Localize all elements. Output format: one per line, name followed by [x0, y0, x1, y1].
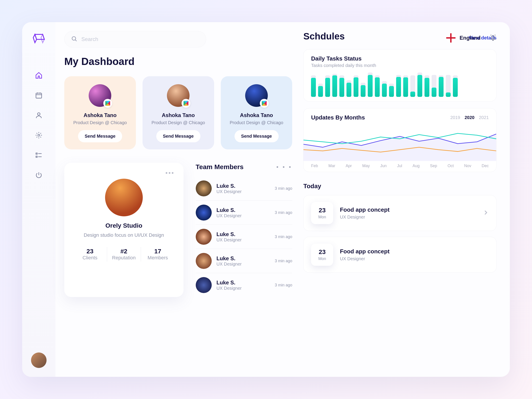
member-avatar	[196, 253, 212, 269]
sidebar-item-list[interactable]	[34, 151, 43, 160]
member-avatar	[196, 229, 212, 245]
member-time: 3 min ago	[275, 283, 292, 287]
search-input[interactable]	[81, 36, 199, 42]
studio-name: Orely Studio	[73, 222, 175, 229]
team-member-row[interactable]: Luke S. UX Designer 3 min ago	[196, 225, 292, 249]
schedule-task[interactable]: 23 Mon Food app concept UX Designer	[303, 195, 497, 231]
search-input-wrapper[interactable]	[64, 31, 206, 47]
send-message-button[interactable]: Send Message	[156, 130, 200, 142]
month-label: Dec	[482, 164, 489, 168]
member-name: Luke S.	[216, 207, 270, 213]
slack-icon	[103, 99, 112, 108]
month-label: Feb	[311, 164, 318, 168]
member-role: UX Designer	[216, 286, 270, 291]
team-member-row[interactable]: Luke S. UX Designer 3 min ago	[196, 201, 292, 225]
month-label: Nov	[464, 164, 471, 168]
user-cards: Ashoka Tano Product Design @ Chicago Sen…	[64, 76, 292, 149]
date-number: 23	[319, 248, 326, 256]
search-icon	[71, 36, 77, 43]
bar	[368, 72, 373, 97]
more-icon[interactable]: •••	[73, 169, 175, 177]
month-label: Jun	[380, 164, 386, 168]
sidebar-item-user[interactable]	[34, 111, 43, 120]
bar	[403, 72, 408, 97]
bar	[389, 72, 394, 97]
year-tab[interactable]: 2021	[479, 115, 489, 120]
date-day: Mon	[318, 215, 326, 219]
member-name: Luke S.	[216, 255, 270, 262]
member-avatar	[196, 180, 212, 196]
user-name: Ashoka Tano	[240, 112, 273, 118]
sidebar-item-calendar[interactable]	[34, 91, 43, 100]
month-label: Oct	[448, 164, 454, 168]
updates-panel: Updates By Months 201920202021 FebMarApr…	[303, 108, 497, 172]
slack-icon	[182, 99, 190, 108]
team-title: Team Members	[196, 163, 244, 171]
locale-selector[interactable]: England	[446, 33, 481, 43]
date-badge: 23 Mon	[311, 244, 333, 266]
month-label: May	[362, 164, 370, 168]
member-role: UX Designer	[216, 237, 270, 242]
year-tab[interactable]: 2019	[450, 115, 460, 120]
bar	[339, 72, 344, 97]
bar	[410, 72, 415, 97]
panel-subtitle: Tasks completed daily this month	[311, 63, 489, 68]
month-label: Sep	[430, 164, 437, 168]
bar	[375, 72, 380, 97]
user-card: Ashoka Tano Product Design @ Chicago Sen…	[143, 76, 214, 149]
member-role: UX Designer	[216, 213, 270, 218]
team-member-row[interactable]: Luke S. UX Designer 3 min ago	[196, 177, 292, 201]
svg-rect-0	[36, 93, 42, 98]
bar	[446, 72, 451, 97]
locale-label: England	[460, 35, 481, 41]
svg-point-5	[72, 37, 76, 40]
updates-line-chart	[304, 126, 496, 161]
user-name: Ashoka Tano	[162, 112, 195, 118]
stat-label: Members	[142, 255, 173, 261]
flag-icon	[446, 33, 456, 43]
sidebar-nav	[34, 71, 43, 352]
send-message-button[interactable]: Send Message	[78, 130, 122, 142]
user-card: Ashoka Tano Product Design @ Chicago Sen…	[221, 76, 292, 149]
user-role: Product Design @ Chicago	[73, 120, 127, 125]
year-tab[interactable]: 2020	[465, 115, 475, 120]
task-role: UX Designer	[340, 215, 476, 220]
member-time: 3 min ago	[275, 186, 292, 191]
member-name: Luke S.	[216, 183, 270, 189]
sidebar-item-settings[interactable]	[34, 131, 43, 140]
daily-bar-chart	[311, 72, 489, 97]
bar	[361, 72, 366, 97]
studio-card: ••• Orely Studio Design studio focus on …	[64, 163, 184, 297]
stat-label: Reputation	[108, 255, 139, 261]
bar	[439, 72, 443, 97]
today-label: Today	[303, 183, 497, 190]
month-label: Jul	[397, 164, 402, 168]
stat-label: Clients	[75, 255, 106, 261]
slack-icon	[260, 99, 269, 108]
month-label: Apr	[346, 164, 352, 168]
team-member-row[interactable]: Luke S. UX Designer 3 min ago	[196, 249, 292, 273]
stat-value: 23	[75, 248, 106, 255]
user-card: Ashoka Tano Product Design @ Chicago Sen…	[64, 76, 136, 149]
chevron-right-icon	[482, 209, 489, 216]
bar	[318, 72, 323, 97]
studio-desc: Design studio focus on UI/UX Design	[73, 232, 175, 238]
member-time: 3 min ago	[275, 210, 292, 215]
member-avatar	[196, 277, 212, 293]
schedules-title: Schdules	[303, 31, 345, 42]
date-number: 23	[319, 207, 326, 214]
sidebar-item-home[interactable]	[34, 71, 43, 80]
sidebar-user-avatar[interactable]	[31, 352, 47, 368]
more-icon[interactable]: • • •	[276, 164, 292, 171]
send-message-button[interactable]: Send Message	[234, 130, 279, 142]
user-role: Product Design @ Chicago	[151, 120, 205, 125]
team-member-row[interactable]: Luke S. UX Designer 3 min ago	[196, 273, 292, 297]
notifications-button[interactable]	[489, 34, 497, 42]
schedule-task[interactable]: 23 Mon Food app concept UX Designer	[303, 237, 497, 273]
month-label: Mar	[328, 164, 335, 168]
member-role: UX Designer	[216, 262, 270, 267]
sidebar-item-power[interactable]	[34, 171, 43, 180]
bar	[311, 72, 316, 97]
daily-tasks-panel: Daily Tasks Status Tasks completed daily…	[303, 49, 497, 101]
bar	[354, 72, 358, 97]
